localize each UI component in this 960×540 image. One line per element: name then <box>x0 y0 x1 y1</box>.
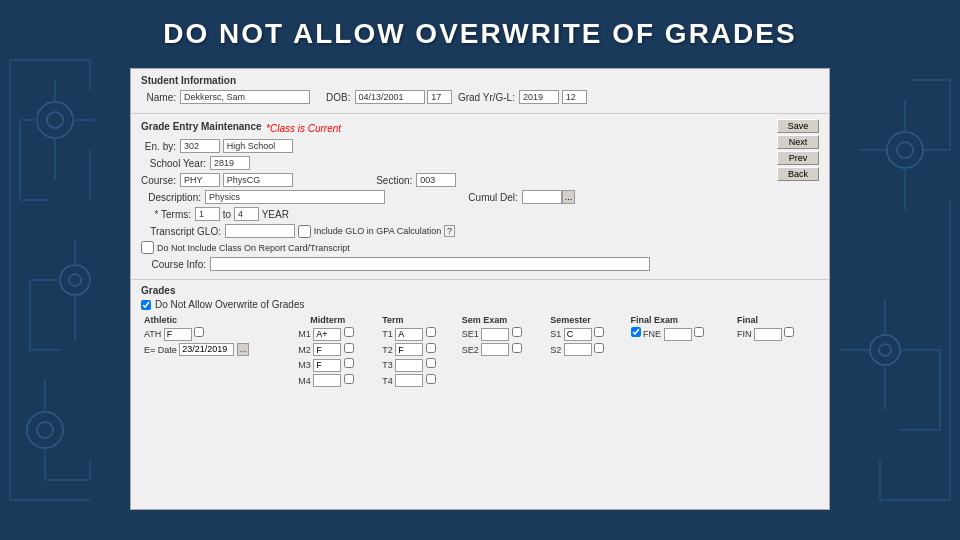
next-button[interactable]: Next <box>777 135 819 149</box>
edate-btn[interactable]: ... <box>237 343 250 356</box>
description-label: Description: <box>141 192 201 203</box>
school-year-input[interactable] <box>210 156 250 170</box>
save-button[interactable]: Save <box>777 119 819 133</box>
cumul-del-input[interactable] <box>522 190 562 204</box>
t3-input[interactable] <box>395 359 423 372</box>
description-input[interactable] <box>205 190 385 204</box>
help-icon: ? <box>444 225 455 237</box>
terms-label: * Terms: <box>141 209 191 220</box>
age-input[interactable] <box>427 90 452 104</box>
svg-point-27 <box>897 142 913 158</box>
t1-input[interactable] <box>395 328 423 341</box>
t4-input[interactable] <box>395 374 423 387</box>
svg-point-35 <box>879 344 891 356</box>
s1-checkbox[interactable] <box>594 327 604 337</box>
svg-point-9 <box>69 274 81 286</box>
dob-input[interactable] <box>355 90 425 104</box>
terms-to-label: to <box>223 209 231 220</box>
fin-input[interactable] <box>754 328 782 341</box>
terms-to-input[interactable] <box>234 207 259 221</box>
col-sem-exam: Sem Exam <box>459 314 547 326</box>
s2-checkbox[interactable] <box>594 343 604 353</box>
student-name-row: Name: DOB: Grad Yr/G-L: <box>141 90 819 104</box>
do-not-overwrite-row: Do Not Allow Overwrite of Grades <box>141 299 819 310</box>
course-row: Course: Section: <box>141 173 819 187</box>
course-label: Course: <box>141 175 176 186</box>
m1-checkbox[interactable] <box>344 327 354 337</box>
do-not-include-row: Do Not Include Class On Report Card/Tran… <box>141 241 819 254</box>
entry-by-input[interactable] <box>180 139 220 153</box>
m3-checkbox[interactable] <box>344 358 354 368</box>
back-button[interactable]: Back <box>777 167 819 181</box>
edate-input[interactable] <box>179 343 234 356</box>
col-final: Final <box>734 314 819 326</box>
cumul-del-btn[interactable]: ... <box>562 190 576 204</box>
t2-checkbox[interactable] <box>426 343 436 353</box>
school-year-label: School Year: <box>141 158 206 169</box>
course-desc-input[interactable] <box>223 173 293 187</box>
entry-by-row: En. by: <box>141 139 819 153</box>
svg-point-1 <box>47 112 63 128</box>
m2-checkbox[interactable] <box>344 343 354 353</box>
course-info-label: Course Info: <box>141 259 206 270</box>
ath-checkbox[interactable] <box>194 327 204 337</box>
name-label: Name: <box>141 92 176 103</box>
course-info-row: Course Info: <box>141 257 819 271</box>
do-not-include-checkbox[interactable] <box>141 241 154 254</box>
section-field-label: Section: <box>376 175 412 186</box>
table-row: M3 T3 <box>141 357 819 373</box>
svg-point-16 <box>37 422 53 438</box>
m1-input[interactable] <box>313 328 341 341</box>
s2-input[interactable] <box>564 343 592 356</box>
course-input[interactable] <box>180 173 220 187</box>
do-not-overwrite-checkbox[interactable] <box>141 300 151 310</box>
section-input[interactable] <box>416 173 456 187</box>
form-container: Student Information Name: DOB: Grad Yr/G… <box>130 68 830 510</box>
svg-point-8 <box>60 265 90 295</box>
col-midterm: Midterm <box>290 314 379 326</box>
page-title: DO NOT ALLOW OVERWRITE OF GRADES <box>0 18 960 50</box>
transcript-glo-input[interactable] <box>225 224 295 238</box>
entry-by-label: En. by: <box>141 141 176 152</box>
m4-input[interactable] <box>313 374 341 387</box>
fne-checkbox[interactable] <box>694 327 704 337</box>
current-class-text: *Class is Current <box>266 123 341 134</box>
prev-button[interactable]: Prev <box>777 151 819 165</box>
t2-input[interactable] <box>395 343 423 356</box>
name-input[interactable] <box>180 90 310 104</box>
grad-label: Grad Yr/G-L: <box>458 92 515 103</box>
m2-input[interactable] <box>313 343 341 356</box>
svg-point-26 <box>887 132 923 168</box>
m3-input[interactable] <box>313 359 341 372</box>
t4-checkbox[interactable] <box>426 374 436 384</box>
grade-entry-section: Grade Entry Maintenance *Class is Curren… <box>131 114 829 280</box>
ath-label: ATH <box>144 329 161 339</box>
se1-input[interactable] <box>481 328 509 341</box>
se2-input[interactable] <box>481 343 509 356</box>
grades-section: Grades Do Not Allow Overwrite of Grades … <box>131 280 829 393</box>
svg-point-0 <box>37 102 73 138</box>
t3-checkbox[interactable] <box>426 358 436 368</box>
fne-checked[interactable] <box>631 327 641 337</box>
fne-input[interactable] <box>664 328 692 341</box>
course-info-input[interactable] <box>210 257 650 271</box>
t1-checkbox[interactable] <box>426 327 436 337</box>
include-glo-checkbox[interactable] <box>298 225 311 238</box>
table-row: E= Date ... M2 T2 SE2 <box>141 342 819 358</box>
col-term: Term <box>379 314 459 326</box>
s1-input[interactable] <box>564 328 592 341</box>
do-not-include-label: Do Not Include Class On Report Card/Tran… <box>157 243 350 253</box>
grad-year-input[interactable] <box>519 90 559 104</box>
table-row: M4 T4 <box>141 373 819 389</box>
school-year-row: School Year: <box>141 156 819 170</box>
se2-checkbox[interactable] <box>512 343 522 353</box>
entry-desc-input[interactable] <box>223 139 293 153</box>
student-info-title: Student Information <box>141 75 819 86</box>
fin-checkbox[interactable] <box>784 327 794 337</box>
grad-num-input[interactable] <box>562 90 587 104</box>
terms-from-input[interactable] <box>195 207 220 221</box>
se1-checkbox[interactable] <box>512 327 522 337</box>
grades-table: Athletic Midterm Term Sem Exam Semester … <box>141 314 819 388</box>
ath-value-input[interactable] <box>164 328 192 341</box>
m4-checkbox[interactable] <box>344 374 354 384</box>
